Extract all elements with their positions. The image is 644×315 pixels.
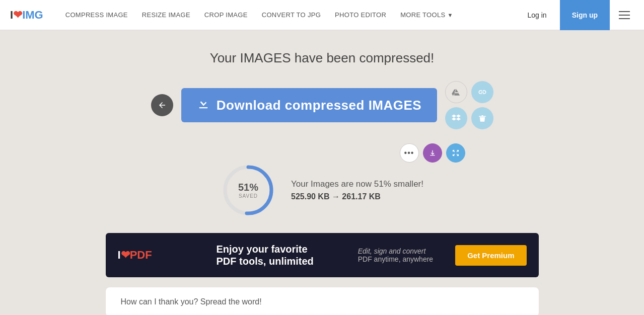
progress-circle: 51% SAVED (221, 163, 276, 218)
delete-button[interactable] (471, 107, 493, 129)
nav-links: COMPRESS IMAGE RESIZE IMAGE CROP IMAGE C… (58, 0, 520, 30)
logo[interactable]: I❤IMG (10, 9, 43, 22)
get-premium-button[interactable]: Get Premium (455, 245, 526, 266)
hamburger-line-1 (619, 11, 630, 12)
drive-icon (451, 87, 461, 97)
small-download-icon (428, 149, 437, 157)
back-arrow-icon (158, 101, 167, 110)
navbar: I❤IMG COMPRESS IMAGE RESIZE IMAGE CROP I… (0, 0, 644, 30)
nav-convert[interactable]: CONVERT TO JPG (255, 0, 328, 30)
bottom-title: How can I thank you? Spread the word! (121, 297, 524, 306)
dropbox-icon (452, 114, 461, 123)
logo-heart-icon: ❤ (13, 9, 22, 22)
download-button[interactable]: Download compressed IMAGES (181, 88, 437, 122)
login-button[interactable]: Log in (520, 7, 555, 23)
back-button[interactable] (151, 94, 173, 116)
download-label: Download compressed IMAGES (217, 98, 421, 113)
ad-logo-pdf: PDF (130, 249, 152, 261)
signup-button[interactable]: Sign up (560, 0, 610, 30)
ad-cta-section: Get Premium (443, 245, 538, 266)
ad-middle: Enjoy your favorite PDF tools, unlimited (206, 243, 348, 267)
more-options-button[interactable]: ••• (400, 143, 419, 163)
stats-text: Your Images are now 51% smaller! 525.90 … (291, 179, 423, 201)
save-to-dropbox-button[interactable] (445, 107, 467, 129)
small-download-button[interactable] (423, 143, 442, 163)
main-content: Your IMAGES have been compressed! Downlo… (96, 30, 549, 315)
ad-logo-heart-icon: ❤ (121, 249, 130, 261)
success-title: Your IMAGES have been compressed! (210, 50, 435, 66)
nav-right: Log in Sign up (520, 0, 634, 30)
nav-more-tools[interactable]: MORE TOOLS ▼ (393, 0, 460, 30)
ad-headline: Enjoy your favorite PDF tools, unlimited (217, 243, 338, 267)
nav-compress[interactable]: COMPRESS IMAGE (58, 0, 135, 30)
hamburger-line-3 (619, 18, 630, 19)
hamburger-line-2 (619, 15, 630, 16)
copy-link-button[interactable] (471, 81, 493, 103)
logo-img: IMG (22, 9, 43, 22)
saved-label: SAVED (238, 193, 258, 199)
ad-banner: I❤PDF Enjoy your favorite PDF tools, unl… (106, 233, 539, 277)
ad-sub-text: Edit, sign and convert (358, 247, 433, 255)
circle-text: 51% SAVED (238, 182, 258, 199)
action-row: Download compressed IMAGES (151, 81, 493, 129)
bottom-section: How can I thank you? Spread the word! (106, 287, 539, 315)
ad-logo-section: I❤PDF (106, 241, 206, 270)
ad-sub-text2: PDF anytime, anywhere (358, 255, 433, 263)
chevron-down-icon: ▼ (447, 12, 453, 18)
nav-crop[interactable]: CROP IMAGE (197, 0, 255, 30)
expand-button[interactable] (446, 143, 465, 163)
menu-button[interactable] (615, 7, 634, 23)
save-to-drive-button[interactable] (445, 81, 467, 103)
stats-row: 51% SAVED Your Images are now 51% smalle… (221, 163, 423, 218)
download-icon (196, 97, 210, 114)
stats-sizes: 525.90 KB → 261.17 KB (291, 192, 423, 201)
share-buttons (445, 81, 493, 129)
ad-logo: I❤PDF (118, 249, 152, 262)
nav-photo-editor[interactable]: PHOTO EDITOR (328, 0, 393, 30)
actions-wrapper: Download compressed IMAGES ••• (151, 81, 493, 163)
ad-right: Edit, sign and convert PDF anytime, anyw… (348, 247, 443, 263)
nav-resize[interactable]: RESIZE IMAGE (135, 0, 197, 30)
stats-description: Your Images are now 51% smaller! (291, 179, 423, 189)
more-dots-icon: ••• (404, 149, 414, 157)
expand-icon (452, 149, 460, 157)
link-icon (478, 88, 487, 97)
small-actions-row: ••• (400, 143, 465, 163)
trash-icon (478, 114, 487, 123)
percent-value: 51% (238, 182, 258, 193)
